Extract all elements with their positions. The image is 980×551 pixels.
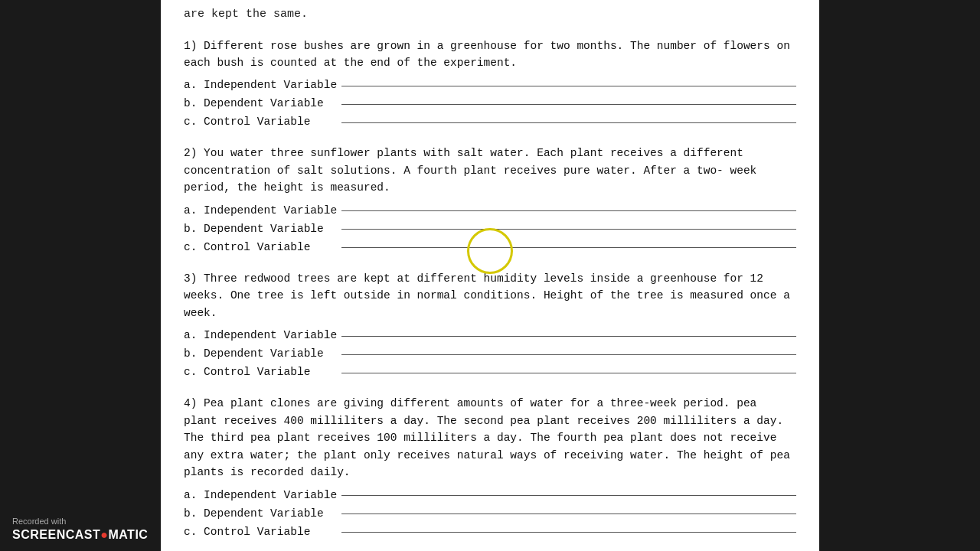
answer-line [341, 104, 796, 105]
variable-label: c. Control Variable [184, 241, 337, 253]
answer-line [341, 495, 796, 496]
answer-line [341, 210, 796, 211]
question-4-variable-1: a. Independent Variable [184, 489, 796, 501]
answer-line [341, 86, 796, 86]
app-suffix: ● [100, 528, 108, 541]
question-4: 4) Pea plant clones are giving different… [184, 395, 796, 537]
answer-line [341, 532, 796, 533]
answer-line [341, 514, 796, 514]
question-3-variable-1: a. Independent Variable [184, 329, 796, 341]
question-2-text: 2) You water three sunflower plants with… [184, 145, 796, 196]
question-3-variable-3: c. Control Variable [184, 366, 796, 378]
question-3-text: 3) Three redwood trees are kept at diffe… [184, 270, 796, 321]
question-2: 2) You water three sunflower plants with… [184, 145, 796, 253]
question-2-variable-2: b. Dependent Variable [184, 223, 796, 235]
answer-line [341, 354, 796, 355]
answer-line [341, 373, 796, 373]
answer-line [341, 336, 796, 337]
left-sidebar: Recorded with SCREENCAST●MATIC [0, 0, 161, 551]
variable-label: c. Control Variable [184, 526, 337, 538]
variable-label: a. Independent Variable [184, 79, 337, 91]
question-3-variable-2: b. Dependent Variable [184, 347, 796, 360]
variable-label: c. Control Variable [184, 116, 337, 128]
question-1-variable-1: a. Independent Variable [184, 79, 796, 91]
variable-label: a. Independent Variable [184, 489, 337, 501]
variable-label: b. Dependent Variable [184, 347, 337, 360]
variable-label: a. Independent Variable [184, 204, 337, 217]
question-1-variable-2: b. Dependent Variable [184, 97, 796, 109]
question-3: 3) Three redwood trees are kept at diffe… [184, 270, 796, 378]
right-sidebar [819, 0, 980, 551]
question-1: 1) Different rose bushes are grown in a … [184, 37, 796, 129]
top-partial-text: are kept the same. [184, 0, 796, 37]
variable-label: b. Dependent Variable [184, 507, 337, 520]
app-name: SCREENCAST●MATIC [12, 528, 148, 542]
recorded-with-label: Recorded with [12, 517, 149, 526]
question-4-text: 4) Pea plant clones are giving different… [184, 395, 796, 481]
variable-label: b. Dependent Variable [184, 97, 337, 109]
variable-label: a. Independent Variable [184, 329, 337, 341]
answer-line [341, 122, 796, 123]
question-4-variable-3: c. Control Variable [184, 526, 796, 538]
variable-label: c. Control Variable [184, 366, 337, 378]
question-1-text: 1) Different rose bushes are grown in a … [184, 37, 796, 72]
document-content: are kept the same. 1) Different rose bus… [161, 0, 819, 551]
question-2-variable-3: c. Control Variable [184, 241, 796, 253]
question-2-variable-1: a. Independent Variable [184, 204, 796, 217]
app-name-text: SCREENCAST [12, 528, 100, 541]
variable-label: b. Dependent Variable [184, 223, 337, 235]
question-1-variable-3: c. Control Variable [184, 116, 796, 128]
screencast-logo: SCREENCAST●MATIC [12, 528, 149, 542]
app-suffix-text: MATIC [108, 528, 148, 541]
answer-line [341, 229, 796, 230]
answer-line [341, 247, 796, 248]
questions-container: 1) Different rose bushes are grown in a … [184, 37, 796, 538]
question-4-variable-2: b. Dependent Variable [184, 507, 796, 520]
branding-block: Recorded with SCREENCAST●MATIC [0, 507, 161, 551]
